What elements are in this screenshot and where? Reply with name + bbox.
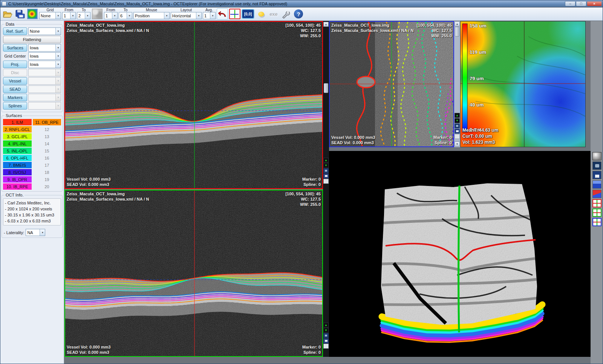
surface-legend-5-inl-opl[interactable]: 5. INL-OPL — [3, 148, 32, 154]
save-slice-icon[interactable] — [323, 174, 329, 178]
surface-legend-15[interactable]: 15 — [33, 148, 61, 154]
surface-legend-1-ilm[interactable]: 1. ILM — [3, 119, 32, 125]
crosshair-blue-icon[interactable] — [592, 218, 601, 226]
surface-legend-20[interactable]: 20 — [33, 183, 61, 190]
render-3d-panel[interactable] — [329, 151, 591, 357]
crosshair-button[interactable] — [229, 9, 240, 19]
render-3d-image[interactable] — [329, 151, 591, 357]
flattening-button[interactable]: Flattening — [3, 36, 61, 43]
surface-legend-7-bmeis[interactable]: 7. BMEIS — [3, 162, 32, 168]
copy-slice-icon[interactable] — [455, 134, 460, 139]
surface-legend-2-rnfl-gcl[interactable]: 2. RNFL-GCL — [3, 126, 32, 133]
surface-legend-6-opl-hfl[interactable]: 6. OPL-HFL — [3, 155, 32, 161]
voxel-position-label: [100, 554, 100]: 45 — [416, 23, 452, 28]
surface-legend-14[interactable]: 14 — [33, 140, 61, 147]
surface-legend-4-ipl-inl[interactable]: 4. IPL-INL — [3, 140, 32, 147]
cube-icon[interactable] — [592, 180, 601, 189]
snapshot-icon[interactable] — [455, 123, 460, 128]
copy-slice-icon[interactable] — [323, 344, 329, 349]
surface-legend-16[interactable]: 16 — [33, 155, 61, 161]
close-button[interactable]: × — [587, 1, 602, 6]
disc-combo[interactable]: ▼ — [28, 69, 61, 76]
sphere-icon[interactable] — [592, 152, 601, 160]
scroll-up-button[interactable]: ▲ — [455, 21, 460, 26]
splines-combo[interactable]: ▼ — [28, 102, 61, 110]
snapshot-icon[interactable] — [323, 333, 329, 338]
colormap-button[interactable] — [27, 8, 38, 20]
surfaces-combo[interactable]: Iowa▼ — [28, 44, 61, 52]
camera-icon[interactable] — [592, 161, 601, 170]
save-slice-icon[interactable] — [323, 338, 329, 343]
sead-button[interactable]: SEAD — [3, 85, 27, 93]
surface-legend-9-ib-opr[interactable]: 9. IB_OPR — [3, 176, 32, 183]
save-button[interactable] — [14, 8, 26, 20]
enface-image[interactable] — [330, 22, 453, 146]
proj-button[interactable]: Proj. — [3, 61, 27, 68]
surface-legend-3-gcl-ipl[interactable]: 3. GCL-IPL — [3, 133, 32, 140]
bscan-zy-image[interactable] — [65, 190, 322, 356]
surface-legend-10-ib-rpe[interactable]: 10. IB_RPE — [3, 183, 32, 190]
coordinates-button[interactable]: [0,0] — [242, 9, 254, 19]
surface-legend-18[interactable]: 18 — [33, 169, 61, 175]
grid-combo[interactable]: None▼ — [39, 12, 61, 19]
bscan-xy-panel[interactable]: Zeiss_Macula_OCT_Iowa.img Zeiss_Macula_S… — [64, 21, 323, 189]
slab-icon[interactable] — [592, 190, 601, 198]
ellipse-button[interactable] — [256, 8, 267, 20]
ref-surf-button[interactable]: Ref. Surf. — [3, 27, 27, 35]
scrollbar-thumb[interactable] — [455, 27, 459, 37]
surfaces-button[interactable]: Surfaces — [3, 44, 27, 52]
oct-info-lines: - Carl Zeiss Meditec, Inc.- 200 x 1024 x… — [3, 198, 61, 225]
settings-button[interactable] — [280, 8, 292, 20]
bscan-xy-image[interactable] — [65, 22, 322, 188]
surface-legend-13[interactable]: 13 — [33, 133, 61, 140]
surface-legend-19[interactable]: 19 — [33, 176, 61, 183]
surface-to-combo[interactable]: 6▼ — [119, 12, 132, 19]
scroll-down-button[interactable]: ▼ — [455, 142, 460, 146]
ref-surf-combo[interactable]: None▼ — [28, 27, 61, 35]
avg-combo[interactable]: 1▼ — [203, 12, 216, 19]
surface-from-combo[interactable]: 1▼ — [104, 12, 118, 19]
grid-from-combo[interactable]: 1▼ — [62, 12, 76, 19]
chevron-down-icon: ▼ — [55, 94, 61, 101]
minimize-button[interactable]: – — [565, 1, 575, 6]
grid-to-combo[interactable]: 2▼ — [77, 12, 90, 19]
help-button[interactable]: ? — [293, 8, 304, 20]
mouse-label: Mouse — [146, 8, 157, 12]
slice-up-button[interactable]: ▲ — [323, 323, 329, 327]
bscan-zy-panel[interactable]: Zeiss_Macula_OCT_Iowa.img Zeiss_Macula_S… — [64, 190, 323, 357]
slice-up-button[interactable]: ▲ — [323, 158, 329, 163]
undo-button[interactable] — [217, 8, 228, 20]
laterality-combo[interactable]: NA▼ — [26, 229, 45, 236]
sead-combo[interactable]: ▼ — [28, 85, 61, 93]
snapshot-icon[interactable] — [323, 168, 329, 173]
copy-slice-icon[interactable] — [323, 179, 329, 184]
crosshair-red-icon[interactable] — [592, 199, 601, 207]
projection-thumbnail-button[interactable] — [92, 8, 103, 20]
save3d-icon[interactable] — [592, 171, 601, 179]
crosshair-green-icon[interactable] — [592, 209, 601, 217]
slice-down-button[interactable]: ▼ — [323, 163, 329, 168]
slice-down-button[interactable]: ▼ — [455, 118, 460, 123]
save-slice-icon[interactable] — [455, 129, 460, 134]
vessel-combo[interactable]: ▼ — [28, 77, 61, 85]
scrollbar-thumb[interactable] — [324, 83, 328, 93]
vessel-button[interactable]: Vessel — [3, 77, 27, 85]
enface-projection-panel[interactable]: Zeiss_Macula_OCT_Iowa.img Zeiss_Macula_S… — [329, 21, 454, 147]
splines-button[interactable]: Splines — [3, 102, 27, 110]
markers-combo[interactable]: ▼ — [28, 94, 61, 101]
proj-combo[interactable]: Iowa▼ — [28, 61, 61, 68]
maximize-button[interactable]: □ — [576, 1, 586, 6]
surface-legend-8-is-osj[interactable]: 8. IS/OSJ — [3, 169, 32, 175]
mouse-mode-combo[interactable]: Position▼ — [133, 12, 170, 19]
surface-legend-11-ob-rpe[interactable]: 11. OB_RPE — [33, 119, 61, 125]
thickness-map-panel[interactable]: 158 um119 um79 um40 um0 um MeanT: 44.63 … — [460, 21, 586, 147]
layout-combo[interactable]: Horizontal▼ — [171, 12, 202, 19]
slice-down-button[interactable]: ▼ — [323, 328, 329, 333]
slice-up-button[interactable]: ▲ — [455, 113, 460, 118]
scroll-up-button[interactable]: ▲ — [323, 22, 329, 27]
markers-button[interactable]: Markers — [3, 94, 27, 101]
grid-center-combo[interactable]: Iowa▼ — [28, 52, 61, 60]
surface-legend-12[interactable]: 12 — [33, 126, 61, 133]
surface-legend-17[interactable]: 17 — [33, 162, 61, 168]
open-file-button[interactable] — [2, 8, 13, 20]
